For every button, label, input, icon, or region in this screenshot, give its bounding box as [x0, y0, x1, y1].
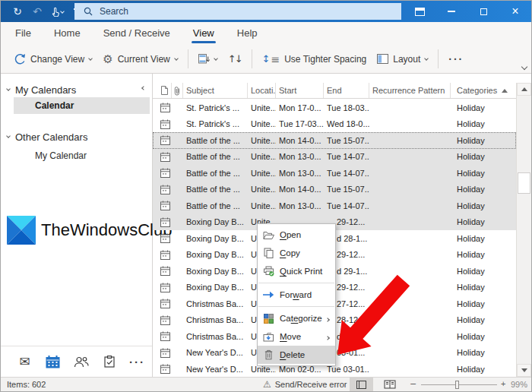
column-header-start[interactable]: Start	[276, 83, 324, 98]
column-header-recurrence[interactable]: Recurrence Pattern	[369, 83, 451, 98]
table-row[interactable]: St. Patrick's ... Unite... Mon 17-0... T…	[153, 100, 516, 116]
search-input[interactable]	[100, 6, 373, 17]
thewindowsclub-logo-icon	[7, 216, 36, 245]
layout-button[interactable]: Layout	[372, 50, 433, 68]
folder-pane: My Calendars Calendar Other Calendars My…	[1, 74, 153, 377]
appointment-icon	[158, 296, 172, 312]
nav-item-calendar[interactable]: Calendar	[14, 97, 150, 114]
cell-category: Holiday	[451, 149, 516, 166]
scroll-down-button[interactable]	[517, 364, 531, 377]
change-view-button[interactable]: Change View	[8, 49, 97, 68]
tab-file[interactable]: File	[4, 22, 43, 45]
zoom-out-button[interactable]: −	[410, 379, 416, 389]
cell-location: Unite...	[248, 198, 276, 214]
menu-item-delete[interactable]: Delete	[258, 346, 335, 364]
column-header-categories[interactable]: Categories	[451, 83, 516, 98]
minimize-button[interactable]	[435, 1, 467, 22]
cell-start: Mon 17-0...	[276, 100, 324, 116]
table-row[interactable]: St. Patrick's ... Unite... Tue 17-03... …	[153, 116, 516, 133]
collapse-ribbon-button[interactable]	[522, 61, 527, 71]
scroll-up-button[interactable]	[517, 83, 531, 96]
tab-help[interactable]: Help	[226, 22, 269, 45]
cell-category: Holiday	[451, 132, 516, 149]
touch-mode-button[interactable]	[48, 2, 66, 21]
more-apps-icon[interactable]: ···	[123, 356, 151, 368]
menu-item-label: Delete	[280, 350, 305, 359]
send-receive-error-status[interactable]: ⚠ Send/Receive error	[263, 379, 347, 390]
sort-arrows-icon: ↑↓	[228, 53, 242, 65]
cell-category: Holiday	[451, 345, 516, 362]
change-view-icon	[14, 53, 26, 65]
cell-subject: Christmas Ba...	[183, 312, 248, 329]
menu-item-quick-print[interactable]: Quick Print	[258, 262, 335, 280]
collapse-pane-button[interactable]	[142, 79, 145, 93]
table-row[interactable]: Battle of the ... Unite... Mon 14-0... T…	[153, 132, 516, 149]
zoom-slider-thumb[interactable]	[455, 381, 459, 389]
column-header-location[interactable]: Locati...	[248, 83, 276, 98]
quick-print-icon	[262, 266, 274, 277]
more-commands-button[interactable]: ···	[443, 49, 469, 69]
separator	[188, 49, 188, 68]
cell-category: Holiday	[451, 263, 516, 280]
appointment-icon	[158, 116, 172, 133]
group-other-calendars[interactable]: Other Calendars	[7, 131, 87, 143]
tab-home[interactable]: Home	[43, 22, 92, 45]
menu-item-copy[interactable]: Copy	[258, 244, 335, 262]
cell-start: Mon 13-0...	[276, 198, 324, 214]
column-header-subject[interactable]: Subject	[183, 83, 248, 98]
reverse-sort-button[interactable]: ↑↓	[223, 49, 247, 68]
table-row[interactable]: Battle of the ... Unite... Mon 13-0... T…	[153, 149, 516, 166]
arrangement-icon	[198, 54, 210, 64]
cell-category: Holiday	[451, 165, 516, 182]
use-tighter-spacing-button[interactable]: ↕≡ Use Tighter Spacing	[257, 49, 372, 69]
cell-start: Tue 17-03...	[276, 116, 324, 133]
calendar-icon[interactable]	[39, 356, 67, 368]
group-my-calendars[interactable]: My Calendars	[7, 84, 76, 96]
tab-view[interactable]: View	[182, 22, 226, 45]
cell-category: Holiday	[451, 328, 516, 345]
scrollbar-thumb[interactable]	[518, 172, 530, 194]
menu-item-open[interactable]: Open	[258, 226, 335, 244]
current-view-label: Current View	[118, 54, 170, 65]
undo-icon[interactable]: ↶	[28, 2, 46, 21]
cell-category: Holiday	[451, 100, 516, 116]
menu-item-move[interactable]: Move	[258, 327, 335, 346]
attachment-column-header[interactable]	[172, 83, 183, 98]
zoom-in-button[interactable]: +	[501, 379, 505, 388]
maximize-button[interactable]	[467, 1, 499, 22]
mail-icon[interactable]: ✉	[11, 354, 39, 369]
vertical-scrollbar[interactable]	[516, 83, 531, 377]
column-header-end[interactable]: End	[324, 83, 369, 98]
cell-recurrence	[369, 247, 451, 264]
cell-category: Holiday	[451, 230, 516, 247]
send-receive-sync-icon[interactable]: ↻	[8, 2, 27, 21]
people-icon[interactable]	[67, 356, 95, 368]
nav-item-my-calendar[interactable]: My Calendar	[14, 147, 150, 164]
normal-view-button[interactable]	[350, 378, 373, 391]
table-row[interactable]: Battle of the ... Unite... Mon 14-0... T…	[153, 182, 516, 198]
table-row[interactable]: Battle of the ... Unite... Mon 13-0... T…	[153, 165, 516, 182]
tab-send-receive[interactable]: Send / Receive	[92, 22, 182, 45]
menu-item-categorize[interactable]: Categorize	[258, 309, 335, 327]
arrangement-button[interactable]	[193, 50, 223, 68]
delete-trash-icon	[262, 349, 274, 360]
menu-item-forward[interactable]: Forward	[258, 286, 335, 304]
ribbon-display-options-button[interactable]	[404, 1, 435, 22]
table-row[interactable]: Battle of the ... Unite... Mon 13-0... T…	[153, 198, 516, 214]
cell-location: Unite...	[248, 116, 276, 133]
reading-view-button[interactable]	[378, 378, 401, 391]
close-button[interactable]: ×	[499, 1, 531, 22]
icon-column-header[interactable]	[158, 83, 172, 98]
categorize-icon	[262, 314, 274, 324]
search-icon	[84, 7, 93, 16]
search-bar[interactable]	[74, 3, 401, 20]
submenu-chevron-icon	[326, 314, 329, 323]
menu-item-label: Move	[280, 332, 301, 341]
appointment-icon	[158, 280, 172, 296]
tasks-icon[interactable]	[95, 356, 123, 368]
cell-subject: New Year's D...	[183, 361, 248, 377]
current-view-button[interactable]: ⚙ Current View	[97, 49, 183, 70]
zoom-level[interactable]: 99%	[511, 380, 527, 389]
warning-icon: ⚠	[263, 379, 271, 390]
zoom-slider-track[interactable]	[421, 384, 497, 385]
